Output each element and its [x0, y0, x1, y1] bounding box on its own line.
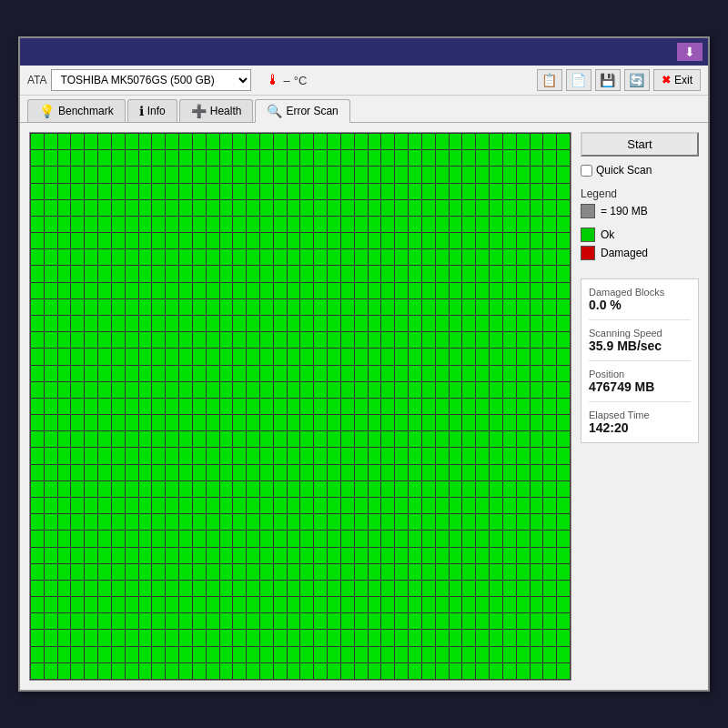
grid-cell: [152, 514, 165, 530]
grid-cell: [543, 581, 556, 596]
grid-cell: [247, 316, 259, 331]
grid-cell: [557, 150, 570, 166]
grid-cell: [517, 299, 530, 315]
drive-dropdown[interactable]: TOSHIBA MK5076GS (500 GB): [51, 69, 251, 91]
grid-cell: [395, 366, 408, 381]
grid-cell: [85, 498, 97, 513]
grid-cell: [395, 283, 408, 298]
refresh-icon-btn[interactable]: 🔄: [624, 69, 650, 91]
grid-cell: [314, 531, 327, 546]
tab-error-scan[interactable]: 🔍 Error Scan: [255, 99, 349, 123]
grid-cell: [112, 431, 125, 447]
exit-button[interactable]: ✖ Exit: [653, 69, 701, 91]
grid-cell: [490, 548, 502, 563]
grid-cell: [395, 217, 408, 232]
grid-cell: [543, 283, 556, 298]
grid-cell: [274, 498, 287, 513]
grid-cell: [71, 332, 84, 348]
grid-cell: [247, 581, 259, 596]
grid-cell: [233, 283, 246, 298]
grid-cell: [220, 217, 233, 232]
grid-cell: [341, 233, 354, 248]
grid-cell: [300, 564, 313, 580]
grid-cell: [369, 663, 381, 679]
grid-cell: [85, 167, 97, 182]
grid-cell: [31, 630, 44, 645]
grid-cell: [300, 431, 313, 447]
grid-cell: [490, 332, 502, 348]
grid-cell: [98, 613, 111, 629]
thermometer-icon: 🌡: [266, 72, 280, 88]
grid-cell: [247, 531, 259, 546]
grid-cell: [58, 647, 71, 662]
position-label: Position: [589, 369, 691, 379]
grid-cell: [355, 465, 368, 480]
tab-info[interactable]: ℹ Info: [127, 99, 177, 122]
grid-cell: [476, 150, 489, 166]
grid-cell: [98, 200, 111, 216]
grid-cell: [490, 663, 502, 679]
grid-cell: [395, 663, 408, 679]
info-tab-icon: ℹ: [139, 104, 144, 118]
quick-scan-label: Quick Scan: [596, 164, 652, 177]
grid-cell: [193, 249, 206, 265]
paste-icon-btn[interactable]: 📄: [566, 69, 592, 91]
grid-cell: [503, 431, 516, 447]
grid-cell: [193, 299, 206, 315]
grid-cell: [112, 647, 125, 662]
grid-cell: [557, 597, 570, 612]
grid-cell: [152, 448, 165, 463]
grid-cell: [355, 415, 368, 430]
grid-cell: [139, 564, 152, 580]
grid-cell: [341, 299, 354, 315]
grid-cell: [152, 299, 165, 315]
grid-cell: [517, 249, 530, 265]
grid-cell: [369, 332, 381, 348]
copy-icon-btn[interactable]: 📋: [537, 69, 562, 91]
grid-cell: [193, 613, 206, 629]
grid-cell: [531, 332, 543, 348]
grid-cell: [341, 167, 354, 182]
grid-cell: [341, 184, 354, 199]
grid-cell: [328, 498, 340, 513]
grid-cell: [193, 184, 206, 199]
grid-cell: [126, 431, 138, 447]
save-icon-btn[interactable]: 💾: [595, 69, 621, 91]
grid-cell: [341, 548, 354, 563]
grid-cell: [247, 200, 259, 216]
tab-benchmark[interactable]: 💡 Benchmark: [27, 99, 126, 122]
grid-cell: [355, 382, 368, 398]
grid-cell: [503, 266, 516, 281]
grid-cell: [233, 448, 246, 463]
grid-cell: [152, 134, 165, 149]
grid-cell: [476, 167, 489, 182]
grid-cell: [557, 366, 570, 381]
quick-scan-checkbox[interactable]: [581, 165, 592, 177]
grid-cell: [328, 564, 340, 580]
grid-cell: [166, 233, 178, 248]
grid-cell: [112, 266, 125, 281]
grid-cell: [31, 134, 44, 149]
grid-cell: [476, 548, 489, 563]
grid-cell: [450, 349, 462, 364]
grid-cell: [31, 597, 44, 612]
grid-cell: [126, 184, 138, 199]
grid-cell: [517, 200, 530, 216]
grid-cell: [31, 415, 44, 430]
grid-cell: [288, 564, 300, 580]
tab-health[interactable]: ➕ Health: [179, 99, 254, 122]
grid-cell: [45, 663, 57, 679]
grid-cell: [288, 663, 300, 679]
grid-cell: [45, 465, 57, 480]
grid-cell: [300, 448, 313, 463]
grid-cell: [341, 316, 354, 331]
grid-cell: [503, 200, 516, 216]
grid-cell: [557, 217, 570, 232]
grid-cell: [517, 415, 530, 430]
download-button[interactable]: ⬇: [677, 43, 703, 61]
grid-cell: [300, 498, 313, 513]
grid-cell: [98, 217, 111, 232]
start-button[interactable]: Start: [581, 132, 699, 157]
grid-cell: [274, 564, 287, 580]
grid-cell: [260, 415, 273, 430]
